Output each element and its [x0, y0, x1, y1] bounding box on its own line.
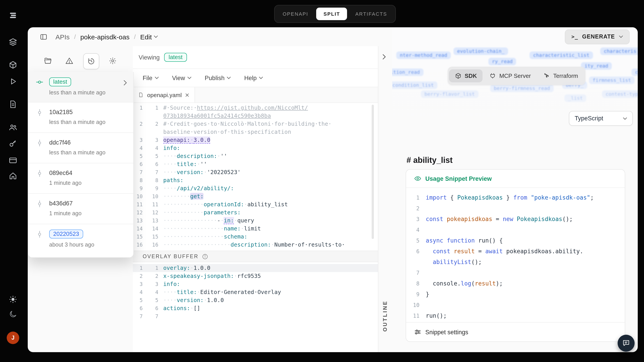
sdks-cube-icon[interactable] [5, 57, 20, 73]
sidebar-toggle-icon[interactable] [38, 31, 49, 43]
code-text: ··················name:·limit [163, 225, 261, 233]
expand-chevron-right-icon[interactable] [382, 54, 386, 60]
breadcrumb-separator: / [134, 33, 136, 40]
code-text: abilityList(); [426, 257, 482, 268]
view-tab-split[interactable]: SPLIT [316, 8, 347, 20]
chevron-down-icon [619, 35, 623, 38]
code-line: 11#·Source:·https://gist.github.com/Nicc… [133, 104, 378, 112]
view-tab-openapi[interactable]: OPENAPI [276, 8, 316, 20]
close-icon[interactable] [185, 93, 190, 97]
line-number: 1 [406, 192, 420, 203]
overlay-code-editor[interactable]: 11overlay:·1.0.022x-speakeasy-jsonpath:·… [133, 262, 378, 352]
code-line: 7 [406, 268, 625, 278]
editor-scrollbar[interactable] [372, 105, 374, 239]
settings-gear-icon[interactable] [105, 53, 120, 69]
history-item[interactable]: 20220523about 3 hours ago [28, 224, 133, 257]
overlay-buffer-title: OVERLAY BUFFER [143, 254, 198, 259]
billing-card-icon[interactable] [5, 153, 20, 168]
history-item[interactable]: b436d671 minute ago [28, 194, 133, 224]
operation-heading: # ability_list [406, 156, 452, 165]
code-text: x-speakeasy-jsonpath:·rfc9535 [163, 272, 261, 280]
breadcrumb-edit[interactable]: Edit [140, 33, 158, 41]
code-line: 1212············parameters: [133, 209, 378, 217]
history-item[interactable]: 089ec641 minute ago [28, 163, 133, 194]
line-number [406, 257, 420, 268]
line-number: 5 [133, 296, 143, 304]
code-text: baseline·version·of·this·specification [163, 128, 291, 136]
version-badge-latest[interactable]: latest [164, 53, 187, 62]
code-line: 33openapi:·3.0.0 [133, 136, 378, 144]
code-text: ····description:·'' [163, 152, 227, 160]
history-item[interactable]: ddc7f46less than a minute ago [28, 133, 133, 163]
target-tab-mcp-server[interactable]: MCP Server [484, 69, 537, 82]
chat-button[interactable] [618, 335, 634, 352]
tab-openapi-yaml[interactable]: openapi.yaml [133, 87, 195, 103]
api-tag-pill: r-condition_list [392, 82, 438, 89]
line-number: 5 [143, 296, 158, 304]
generate-button[interactable]: >_ GENERATE [564, 29, 630, 44]
code-line: 22#·Credit·goes·to·Niccolò·Maltoni·for·b… [133, 120, 378, 128]
validation-warning-icon[interactable] [62, 53, 77, 69]
docs-file-icon[interactable] [5, 97, 20, 112]
language-select[interactable]: TypeScript [569, 111, 633, 126]
code-text: actions:·[] [163, 304, 200, 312]
light-mode-sun-icon[interactable] [5, 292, 20, 307]
target-tab-terraform[interactable]: Terraform [538, 69, 584, 82]
history-version-label: 10a2185 [49, 109, 73, 115]
api-keys-icon[interactable] [5, 136, 20, 151]
menu-file[interactable]: File [143, 75, 159, 81]
apis-layers-icon[interactable] [5, 35, 20, 50]
code-line: baseline·version·of·this·specification [133, 128, 378, 136]
history-item[interactable]: 10a2185less than a minute ago [28, 103, 133, 133]
line-number: 4 [406, 225, 420, 235]
line-number: 2 [143, 120, 158, 128]
eye-icon [414, 175, 421, 182]
chevron-down-icon [623, 117, 627, 120]
history-clock-icon[interactable] [83, 53, 99, 69]
right-panel: nter-method_readevolution-chain_ry_readc… [392, 27, 638, 352]
breadcrumb-separator: / [74, 33, 76, 40]
target-tab-label: MCP Server [499, 73, 531, 79]
code-line: 66····title:·'' [133, 160, 378, 168]
home-icon[interactable] [5, 168, 20, 183]
history-timestamp: about 3 hours ago [49, 242, 127, 248]
line-number: 11 [133, 200, 143, 209]
files-folder-icon[interactable] [40, 53, 56, 69]
outline-label[interactable]: OUTLINE [382, 300, 388, 331]
user-avatar[interactable]: J [7, 331, 19, 344]
api-tag-pill: _list [564, 94, 586, 102]
code-line: 99····/api/v2/ability/: [133, 184, 378, 192]
history-item[interactable]: latestless than a minute ago [28, 72, 133, 103]
history-version-label: ddc7f46 [49, 139, 71, 146]
code-line: 88paths: [133, 176, 378, 184]
generate-label: GENERATE [582, 34, 615, 40]
line-number: 5 [406, 235, 420, 246]
git-commit-icon [36, 109, 43, 116]
code-text: ····title:·Editor·Generated·Overlay [163, 288, 281, 296]
menu-publish[interactable]: Publish [205, 75, 231, 81]
code-line: 44info: [133, 144, 378, 152]
api-tag-pill: firmness_list [589, 77, 634, 84]
dark-mode-moon-icon[interactable] [5, 306, 20, 322]
snippet-code[interactable]: 1import { Pokeapisdkoas } from "poke-api… [406, 188, 625, 322]
api-tag-pill: characteristic_list [530, 52, 593, 59]
openapi-code-editor[interactable]: 11#·Source:·https://gist.github.com/Nicc… [133, 103, 378, 251]
target-tab-sdk[interactable]: SDK [449, 69, 483, 82]
runs-play-icon[interactable] [5, 74, 20, 89]
users-icon[interactable] [5, 120, 20, 135]
code-text: ············parameters: [163, 209, 240, 217]
code-text: ····title:·'' [163, 160, 207, 168]
menu-view[interactable]: View [172, 75, 192, 81]
tab-label: openapi.yaml [147, 92, 182, 98]
api-tag-pill: berry-firmness_read [490, 85, 554, 92]
breadcrumb-project[interactable]: poke-apisdk-oas [80, 33, 130, 41]
line-number: 8 [406, 278, 420, 289]
panel-header: APIs / poke-apisdk-oas / Edit >_ GENERAT… [28, 27, 638, 46]
view-tab-artifacts[interactable]: ARTIFACTS [348, 8, 394, 20]
breadcrumb-apis[interactable]: APIs [56, 33, 70, 41]
snippet-settings-button[interactable]: Snippet settings [406, 322, 625, 341]
menu-help[interactable]: Help [244, 75, 263, 81]
info-icon[interactable] [202, 253, 208, 259]
line-number: 14 [133, 225, 143, 233]
code-text: console.log(result); [426, 278, 503, 289]
